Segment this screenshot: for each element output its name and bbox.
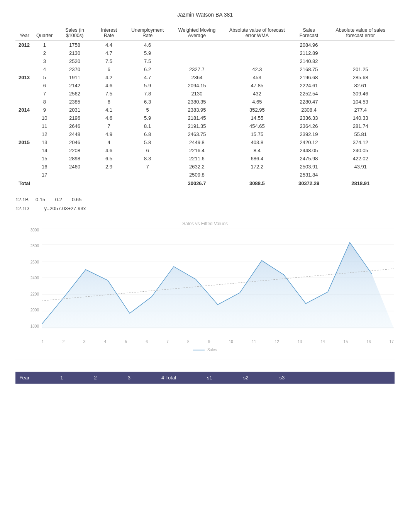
cell-abs_sales: 422.02 xyxy=(326,155,395,163)
cell-abs_sales: 43.91 xyxy=(326,163,395,171)
data-table: Year Quarter Sales (in $1000s) Interest … xyxy=(15,25,395,187)
cell-year xyxy=(15,130,33,138)
cell-year: 2015 xyxy=(15,138,33,146)
bottom-1: 1 xyxy=(60,375,63,381)
chart-container: Sales vs Fitted Values 3000 2800 2600 24… xyxy=(15,221,395,352)
cell-quarter: 9 xyxy=(33,106,56,114)
cell-sales_forecast: 2392.19 xyxy=(291,130,327,138)
y-label-1800: 1800 xyxy=(30,324,39,328)
cell-interest xyxy=(94,171,124,179)
bottom-s1: s1 xyxy=(207,375,212,381)
col-year: Year xyxy=(15,25,33,41)
page-title: Jazmin Watson BA 381 xyxy=(15,12,395,18)
cell-wma: 2509.8 xyxy=(171,171,223,179)
cell-interest: 4.9 xyxy=(94,130,124,138)
cell-unemployment: 6.8 xyxy=(124,130,171,138)
cell-unemployment: 5.9 xyxy=(124,82,171,90)
cell-quarter: 15 xyxy=(33,155,56,163)
cell-abs_wma: 686.4 xyxy=(223,155,291,163)
y-label-2800: 2800 xyxy=(30,244,39,248)
col-quarter: Quarter xyxy=(33,25,56,41)
cell-interest: 2.9 xyxy=(94,163,124,171)
cell-unemployment: 4.6 xyxy=(124,41,171,49)
cell-year xyxy=(15,155,33,163)
cell-sales: 1911 xyxy=(56,73,93,82)
cell-wma: 2130 xyxy=(171,90,223,98)
cell-unemployment: 6.2 xyxy=(124,65,171,73)
cell-wma: 30026.7 xyxy=(171,179,223,188)
cell-interest: 4.2 xyxy=(94,73,124,82)
cell-abs_sales: 285.68 xyxy=(326,73,395,82)
cell-quarter: 1 xyxy=(33,41,56,49)
cell-sales_forecast: 2364.26 xyxy=(291,122,327,130)
cell-year: 2012 xyxy=(15,41,33,49)
cell-quarter: 7 xyxy=(33,90,56,98)
cell-sales_forecast: 2420.12 xyxy=(291,138,327,146)
cell-sales xyxy=(56,179,93,188)
cell-wma: 2216.4 xyxy=(171,146,223,155)
cell-sales: 2370 xyxy=(56,65,93,73)
note-label1: 12.1B xyxy=(15,197,29,202)
cell-unemployment: 6.3 xyxy=(124,98,171,106)
cell-interest: 7.5 xyxy=(94,57,124,65)
cell-quarter: 10 xyxy=(33,114,56,122)
cell-unemployment: 5 xyxy=(124,106,171,114)
cell-sales: 2520 xyxy=(56,57,93,65)
cell-wma: 2181.45 xyxy=(171,114,223,122)
cell-year xyxy=(15,65,33,73)
cell-abs_sales: 2818.91 xyxy=(326,179,395,188)
y-label-2000: 2000 xyxy=(30,308,39,312)
cell-interest xyxy=(94,179,124,188)
cell-wma xyxy=(171,57,223,65)
cell-abs_sales: 309.46 xyxy=(326,90,395,98)
cell-abs_wma xyxy=(223,49,291,57)
cell-sales: 2562 xyxy=(56,90,93,98)
cell-abs_sales xyxy=(326,41,395,49)
note-label2: 12.1D xyxy=(15,206,29,211)
cell-abs_wma: 352.95 xyxy=(223,106,291,114)
cell-unemployment: 5.9 xyxy=(124,49,171,57)
cell-abs_wma: 8.4 xyxy=(223,146,291,155)
cell-interest: 6 xyxy=(94,65,124,73)
cell-abs_wma: 15.75 xyxy=(223,130,291,138)
col-abs-sales: Absolute value of sales forecast error xyxy=(326,25,395,41)
cell-abs_wma: 14.55 xyxy=(223,114,291,122)
cell-unemployment xyxy=(124,171,171,179)
y-axis: 3000 2800 2600 2400 2200 2000 1800 xyxy=(19,228,41,328)
cell-abs_wma: 47.85 xyxy=(223,82,291,90)
cell-interest: 4.6 xyxy=(94,82,124,90)
y-label-3000: 3000 xyxy=(30,228,39,232)
cell-interest: 4 xyxy=(94,138,124,146)
cell-year: 2014 xyxy=(15,106,33,114)
cell-wma: 2383.95 xyxy=(171,106,223,114)
y-label-2600: 2600 xyxy=(30,260,39,264)
x-axis-labels: 1 2 3 4 5 6 7 8 9 10 11 12 13 14 15 16 1… xyxy=(42,340,394,344)
cell-sales_forecast: 2112.89 xyxy=(291,49,327,57)
col-abs-wma: Absolute value of forecast error WMA xyxy=(223,25,291,41)
cell-sales: 2196 xyxy=(56,114,93,122)
cell-interest: 4.7 xyxy=(94,49,124,57)
cell-abs_wma: 3088.5 xyxy=(223,179,291,188)
svg-marker-7 xyxy=(42,242,394,328)
bottom-4total: 4 Total xyxy=(161,375,176,381)
cell-quarter: 14 xyxy=(33,146,56,155)
cell-abs_wma: 4.65 xyxy=(223,98,291,106)
cell-quarter: 6 xyxy=(33,82,56,90)
cell-quarter: 12 xyxy=(33,130,56,138)
cell-wma xyxy=(171,49,223,57)
cell-quarter: 2 xyxy=(33,49,56,57)
bottom-2: 2 xyxy=(94,375,97,381)
cell-quarter xyxy=(33,179,56,188)
cell-wma: 2463.75 xyxy=(171,130,223,138)
cell-sales: 2142 xyxy=(56,82,93,90)
cell-unemployment: 4.7 xyxy=(124,73,171,82)
note-formula: y=2057.03+27.93x xyxy=(44,206,86,211)
cell-sales_forecast: 2475.98 xyxy=(291,155,327,163)
cell-sales: 2208 xyxy=(56,146,93,155)
cell-unemployment: 6 xyxy=(124,146,171,155)
cell-abs_wma xyxy=(223,57,291,65)
cell-quarter: 17 xyxy=(33,171,56,179)
cell-wma: 2449.8 xyxy=(171,138,223,146)
bottom-3: 3 xyxy=(128,375,130,381)
cell-quarter: 13 xyxy=(33,138,56,146)
